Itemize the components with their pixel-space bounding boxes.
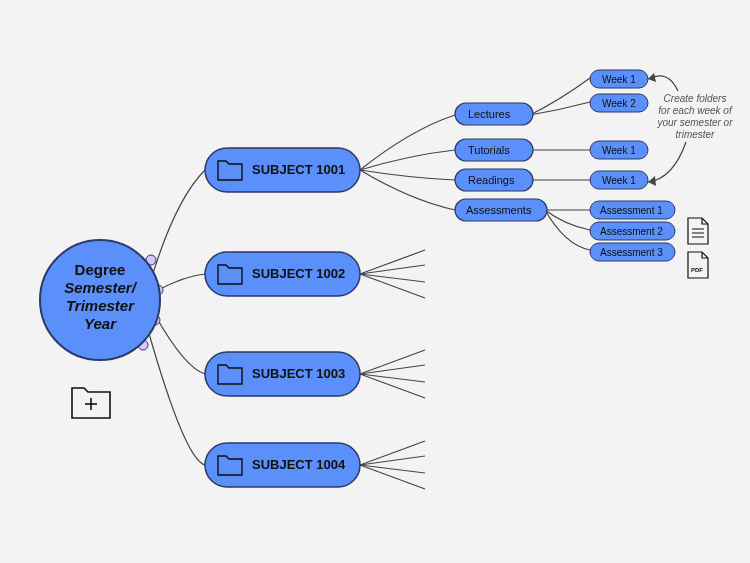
note-line: Create folders: [664, 93, 727, 104]
subject-1003-node: SUBJECT 1003: [205, 352, 360, 396]
edge-stub: [360, 365, 425, 374]
edge-stub: [360, 265, 425, 274]
edge-root-subj4: [148, 330, 205, 465]
subject-1001-node: SUBJECT 1001: [205, 148, 360, 192]
leaf-label: Week 1: [602, 145, 636, 156]
edge-assess-3: [545, 210, 590, 250]
leaf-label: Week 2: [602, 98, 636, 109]
svg-text:PDF: PDF: [691, 267, 703, 273]
category-lectures-node: Lectures: [455, 103, 533, 125]
arrowhead-icon: [648, 73, 656, 82]
mindmap-diagram: Degree Semester/ Trimester Year SUBJECT …: [0, 0, 750, 563]
subject-label: SUBJECT 1002: [252, 266, 345, 281]
subject-1002-node: SUBJECT 1002: [205, 252, 360, 296]
edge-lectures-w2: [530, 102, 590, 115]
add-folder-icon: [72, 388, 110, 418]
subject-label: SUBJECT 1003: [252, 366, 345, 381]
assessment-2-node: Assessment 2: [590, 222, 675, 240]
subject-label: SUBJECT 1004: [252, 457, 346, 472]
root-line4: Year: [84, 315, 117, 332]
annotation-note: Create folders for each week of your sem…: [656, 93, 733, 140]
category-label: Tutorials: [468, 144, 510, 156]
edge-subj1-tutorials: [360, 150, 455, 170]
edge-stub: [360, 250, 425, 274]
lecture-week-1-node: Week 1: [590, 70, 648, 88]
subject-label: SUBJECT 1001: [252, 162, 345, 177]
edge-stub: [360, 456, 425, 465]
document-icon: [688, 218, 708, 244]
edge-stub: [360, 441, 425, 465]
category-label: Readings: [468, 174, 515, 186]
category-assessments-node: Assessments: [455, 199, 547, 221]
leaf-label: Assessment 1: [600, 205, 663, 216]
leaf-label: Week 1: [602, 74, 636, 85]
annotation-arrow-bottom: [648, 142, 686, 182]
edge-subj1-lectures: [360, 115, 455, 170]
root-line1: Degree: [75, 261, 126, 278]
root-line2: Semester/: [64, 279, 138, 296]
root-line3: Trimester: [66, 297, 135, 314]
assessment-3-node: Assessment 3: [590, 243, 675, 261]
note-line: your semester or: [656, 117, 733, 128]
leaf-label: Assessment 2: [600, 226, 663, 237]
category-readings-node: Readings: [455, 169, 533, 191]
note-line: for each week of: [658, 105, 733, 116]
lecture-week-2-node: Week 2: [590, 94, 648, 112]
assessment-1-node: Assessment 1: [590, 201, 675, 219]
tutorial-week-1-node: Week 1: [590, 141, 648, 159]
leaf-label: Assessment 3: [600, 247, 663, 258]
subject-1004-node: SUBJECT 1004: [205, 443, 360, 487]
edge-root-subj3: [155, 315, 205, 374]
leaf-label: Week 1: [602, 175, 636, 186]
pdf-icon: PDF: [688, 252, 708, 278]
category-tutorials-node: Tutorials: [455, 139, 533, 161]
category-label: Lectures: [468, 108, 511, 120]
edge-stub: [360, 350, 425, 374]
reading-week-1-node: Week 1: [590, 171, 648, 189]
note-line: trimester: [676, 129, 716, 140]
arrowhead-icon: [648, 176, 656, 186]
category-label: Assessments: [466, 204, 532, 216]
root-node: Degree Semester/ Trimester Year: [40, 240, 160, 360]
edge-root-subj1: [151, 170, 205, 280]
edge-root-subj2: [158, 274, 205, 290]
